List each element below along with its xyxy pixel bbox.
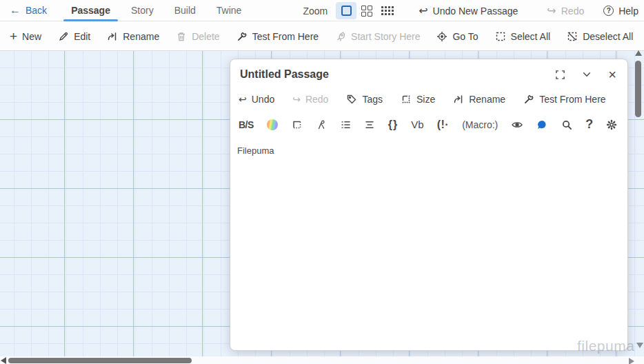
tags-label: Tags <box>362 94 383 105</box>
size-button[interactable]: Size <box>401 94 435 105</box>
undo-new-passage-button[interactable]: ↩ Undo New Passage <box>419 6 518 17</box>
dialog-rename-button[interactable]: Rename <box>453 94 505 105</box>
zoom-level-small-button[interactable] <box>377 2 398 19</box>
test-from-here-button[interactable]: Test From Here <box>237 31 319 42</box>
new-passage-button[interactable]: + New <box>10 30 41 43</box>
dialog-redo-label: Redo <box>305 94 328 105</box>
redo-label: Redo <box>561 6 584 17</box>
top-menu-bar: ← Back Passage Story Build Twine Zoom ↩ … <box>0 0 644 21</box>
help-icon: ? <box>603 6 614 16</box>
dialog-redo-button[interactable]: ↪ Redo <box>292 94 328 105</box>
redo-button[interactable]: ↪ Redo <box>547 6 584 17</box>
main-tabs: Passage Story Build Twine <box>61 0 252 21</box>
macro-button[interactable]: (Macro:) <box>462 119 498 130</box>
dialog-header: Untitled Passage × <box>230 59 627 85</box>
preview-button[interactable] <box>511 119 523 130</box>
hook-button[interactable] <box>316 119 327 130</box>
maximize-button[interactable] <box>555 70 565 80</box>
tags-button[interactable]: Tags <box>346 94 383 105</box>
close-icon: × <box>608 68 616 81</box>
passage-text-editor[interactable]: Filepuma <box>230 139 627 297</box>
box-style-button[interactable] <box>291 119 303 130</box>
new-label: New <box>22 31 41 42</box>
pencil-icon <box>58 31 69 42</box>
align-button[interactable] <box>364 119 375 130</box>
redo-icon: ↪ <box>292 94 301 105</box>
go-to-label: Go To <box>452 31 478 42</box>
rename-label: Rename <box>123 31 159 42</box>
tab-passage[interactable]: Passage <box>61 0 121 21</box>
back-button[interactable]: ← Back <box>10 5 47 16</box>
delete-button[interactable]: Delete <box>176 31 219 42</box>
rainbow-circle-icon <box>267 119 278 130</box>
tab-build[interactable]: Build <box>164 0 206 21</box>
dialog-toolbar: ↩ Undo ↪ Redo Tags Size Rename Test Fr <box>230 85 627 112</box>
vertical-scrollbar-thumb[interactable] <box>635 61 641 117</box>
tab-twine[interactable]: Twine <box>206 0 252 21</box>
passage-editor-dialog: Untitled Passage × ↩ Undo ↪ Redo <box>230 59 628 351</box>
horizontal-scrollbar-thumb[interactable] <box>8 358 192 363</box>
scroll-left-arrow[interactable] <box>1 357 6 364</box>
collapse-button[interactable] <box>582 70 592 79</box>
start-story-here-label: Start Story Here <box>351 31 420 42</box>
settings-button[interactable] <box>606 119 617 130</box>
dialog-test-from-here-button[interactable]: Test From Here <box>523 94 605 105</box>
zoom-large-icon <box>341 6 352 16</box>
format-toolbar: B/S {} Vb (!· (Macro:) <box>230 112 627 139</box>
dialog-undo-button[interactable]: ↩ Undo <box>239 94 274 105</box>
help-button[interactable]: ? Help <box>603 6 638 17</box>
macro-short-button[interactable]: (!· <box>437 119 449 131</box>
search-icon <box>561 119 572 130</box>
find-button[interactable] <box>561 119 572 130</box>
rename-icon <box>107 31 118 42</box>
size-label: Size <box>416 94 435 105</box>
delete-label: Delete <box>192 31 219 42</box>
help-label: Help <box>618 6 638 17</box>
passage-text: Filepuma <box>237 145 274 156</box>
rename-button[interactable]: Rename <box>107 31 159 42</box>
scroll-up-arrow[interactable] <box>635 50 642 56</box>
twine-editor-window: ← Back Passage Story Build Twine Zoom ↩ … <box>0 0 644 364</box>
text-style-button[interactable]: B/S <box>239 119 254 130</box>
redo-icon: ↪ <box>547 6 556 17</box>
chevron-down-icon <box>582 70 592 79</box>
select-all-icon <box>495 31 506 42</box>
zoom-level-medium-button[interactable] <box>356 2 377 19</box>
go-to-button[interactable]: Go To <box>436 31 478 42</box>
speech-bubble-icon <box>536 119 548 130</box>
zoom-label: Zoom <box>303 6 328 17</box>
select-all-button[interactable]: Select All <box>495 31 551 42</box>
undo-new-passage-label: Undo New Passage <box>433 6 519 17</box>
trash-icon <box>176 31 187 42</box>
deselect-all-button[interactable]: Deselect All <box>567 31 633 42</box>
undo-icon: ↩ <box>239 94 247 105</box>
colors-button[interactable] <box>267 119 278 130</box>
zoom-small-icon <box>381 6 394 15</box>
verbatim-button[interactable]: Vb <box>411 119 423 130</box>
rocket-icon <box>335 31 346 42</box>
scroll-right-arrow[interactable] <box>629 358 634 364</box>
passage-toolbar: + New Edit Rename Delete Test From Here … <box>0 22 644 51</box>
back-label: Back <box>26 5 47 16</box>
rename-icon <box>453 94 464 105</box>
start-story-here-button[interactable]: Start Story Here <box>335 31 420 42</box>
zoom-level-large-button[interactable] <box>336 2 356 19</box>
scroll-down-arrow[interactable] <box>636 343 643 348</box>
dashed-box-icon <box>291 119 303 130</box>
edit-button[interactable]: Edit <box>58 31 90 42</box>
undo-icon: ↩ <box>419 6 427 17</box>
code-braces-button[interactable]: {} <box>388 119 398 131</box>
tag-icon <box>346 94 357 105</box>
edit-label: Edit <box>74 31 90 42</box>
comment-button[interactable] <box>536 119 548 130</box>
format-help-button[interactable]: ? <box>585 117 593 132</box>
numbered-list-button[interactable] <box>340 119 351 130</box>
numbered-list-icon <box>340 119 351 130</box>
zoom-medium-icon <box>361 6 372 17</box>
close-button[interactable]: × <box>608 68 616 81</box>
deselect-all-icon <box>567 31 578 42</box>
wrench-icon <box>237 31 248 42</box>
tab-story[interactable]: Story <box>121 0 164 21</box>
deselect-all-label: Deselect All <box>583 31 633 42</box>
maximize-icon <box>555 70 565 80</box>
